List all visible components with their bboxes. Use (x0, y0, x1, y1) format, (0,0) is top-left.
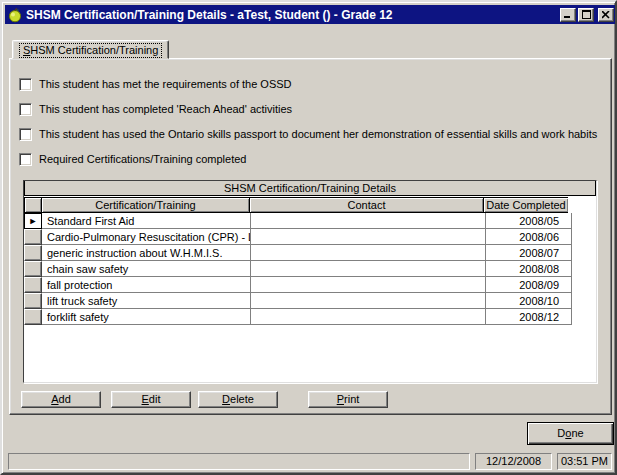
maximize-icon (582, 10, 591, 19)
checkbox-row-skills-passport: This student has used the Ontario skills… (19, 127, 597, 141)
checkbox-skills-passport[interactable] (19, 128, 32, 141)
checkbox-required-certs[interactable] (19, 153, 32, 166)
grid-title: SHSM Certification/Training Details (24, 181, 596, 196)
cell-date[interactable]: 2008/05 (486, 213, 572, 229)
cell-contact[interactable] (251, 309, 486, 325)
cell-certification[interactable]: Standard First Aid (42, 213, 251, 229)
tab-label: SHSM Certification/Training (19, 43, 162, 58)
table-row[interactable]: ► Standard First Aid 2008/05 (24, 213, 596, 229)
cell-contact[interactable] (251, 261, 486, 277)
row-selector-current[interactable]: ► (24, 213, 42, 229)
table-row[interactable]: forklift safety 2008/12 (24, 309, 596, 325)
delete-button[interactable]: Delete (198, 391, 278, 408)
cell-certification[interactable]: chain saw safety (42, 261, 251, 277)
status-date: 12/12/2008 (475, 453, 552, 470)
table-row[interactable]: lift truck safety 2008/10 (24, 293, 596, 309)
cell-certification[interactable]: generic instruction about W.H.M.I.S. (42, 245, 251, 261)
status-message-panel (8, 453, 470, 470)
apple-icon (7, 7, 23, 23)
table-row[interactable]: Cardio-Pulmonary Resuscitation (CPR) - L… (24, 229, 596, 245)
checkbox-reach-ahead[interactable] (19, 103, 32, 116)
print-button[interactable]: Print (308, 391, 388, 408)
row-selector[interactable] (24, 309, 42, 325)
row-selector[interactable] (24, 245, 42, 261)
cell-date[interactable]: 2008/07 (486, 245, 572, 261)
grid-header-row: Certification/Training Contact Date Comp… (24, 197, 596, 213)
edit-button[interactable]: Edit (111, 391, 191, 408)
table-row[interactable]: chain saw safety 2008/08 (24, 261, 596, 277)
cell-certification[interactable]: Cardio-Pulmonary Resuscitation (CPR) - L… (42, 229, 251, 245)
checkbox-label[interactable]: This student has completed 'Reach Ahead'… (39, 103, 292, 115)
checkbox-row-reach-ahead: This student has completed 'Reach Ahead'… (19, 102, 292, 116)
titlebar[interactable]: SHSM Certification/Training Details - aT… (5, 5, 616, 24)
row-selector[interactable] (24, 229, 42, 245)
cell-date[interactable]: 2008/08 (486, 261, 572, 277)
shsm-dialog-window: SHSM Certification/Training Details - aT… (0, 0, 617, 475)
checkbox-label[interactable]: This student has met the requirements of… (39, 78, 292, 90)
cell-date[interactable]: 2008/12 (486, 309, 572, 325)
table-row[interactable]: fall protection 2008/09 (24, 277, 596, 293)
table-row[interactable]: generic instruction about W.H.M.I.S. 200… (24, 245, 596, 261)
tab-shsm-certification-training[interactable]: SHSM Certification/Training (12, 40, 169, 59)
row-selector[interactable] (24, 261, 42, 277)
close-icon (602, 11, 610, 19)
close-button[interactable] (598, 8, 614, 22)
column-header-certification[interactable]: Certification/Training (41, 197, 250, 213)
cell-contact[interactable] (251, 245, 486, 261)
row-selector[interactable] (24, 293, 42, 309)
add-button[interactable]: Add (21, 391, 101, 408)
window-title: SHSM Certification/Training Details - aT… (26, 8, 556, 22)
cell-certification[interactable]: forklift safety (42, 309, 251, 325)
cell-contact[interactable] (251, 293, 486, 309)
column-header-contact[interactable]: Contact (249, 197, 484, 213)
grid-header-selector (24, 197, 42, 213)
checkbox-row-required-certs: Required Certifications/Training complet… (19, 152, 246, 166)
status-time: 03:51 PM (557, 453, 612, 470)
certification-grid: SHSM Certification/Training Details Cert… (23, 180, 597, 383)
done-button[interactable]: Done (527, 422, 614, 445)
checkbox-row-ossd: This student has met the requirements of… (19, 77, 292, 91)
cell-date[interactable]: 2008/10 (486, 293, 572, 309)
tab-page: This student has met the requirements of… (9, 58, 612, 415)
cell-date[interactable]: 2008/06 (486, 229, 572, 245)
statusbar: 12/12/2008 03:51 PM (5, 452, 616, 472)
cell-contact[interactable] (251, 229, 486, 245)
cell-contact[interactable] (251, 277, 486, 293)
minimize-button[interactable] (560, 8, 576, 22)
maximize-button[interactable] (578, 8, 594, 22)
column-header-date-completed[interactable]: Date Completed (483, 197, 569, 213)
checkbox-label[interactable]: This student has used the Ontario skills… (39, 128, 597, 140)
checkbox-ossd[interactable] (19, 78, 32, 91)
minimize-icon (564, 10, 572, 19)
cell-date[interactable]: 2008/09 (486, 277, 572, 293)
cell-certification[interactable]: fall protection (42, 277, 251, 293)
checkbox-label[interactable]: Required Certifications/Training complet… (39, 153, 246, 165)
cell-contact[interactable] (251, 213, 486, 229)
cell-certification[interactable]: lift truck safety (42, 293, 251, 309)
row-selector[interactable] (24, 277, 42, 293)
grid-header-filler (568, 197, 596, 213)
